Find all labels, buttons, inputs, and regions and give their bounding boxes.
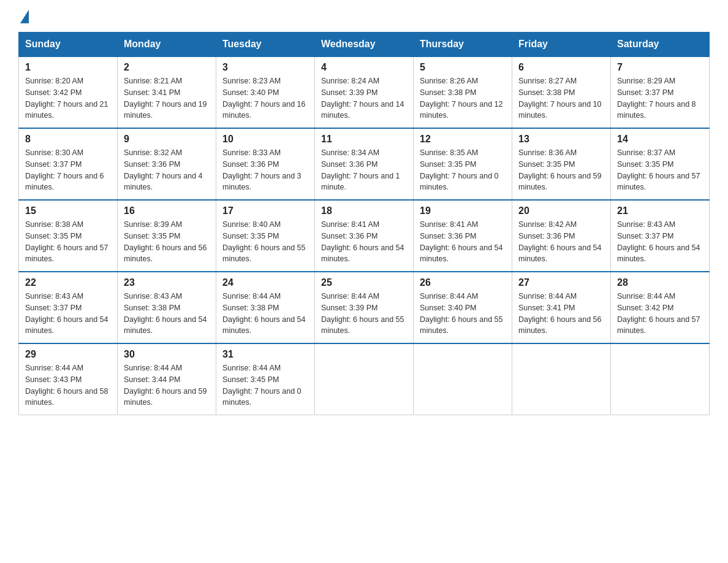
- calendar-cell: [315, 343, 414, 415]
- day-number: 18: [321, 205, 407, 216]
- day-number: 27: [518, 277, 604, 288]
- day-number: 9: [124, 134, 210, 145]
- calendar-cell: 21Sunrise: 8:43 AMSunset: 3:37 PMDayligh…: [611, 200, 710, 272]
- day-info: Sunrise: 8:30 AMSunset: 3:37 PMDaylight:…: [25, 147, 111, 193]
- day-info: Sunrise: 8:23 AMSunset: 3:40 PMDaylight:…: [222, 75, 308, 121]
- day-number: 23: [124, 277, 210, 288]
- calendar-cell: 24Sunrise: 8:44 AMSunset: 3:38 PMDayligh…: [216, 272, 315, 343]
- calendar-cell: 17Sunrise: 8:40 AMSunset: 3:35 PMDayligh…: [216, 200, 315, 272]
- day-info: Sunrise: 8:44 AMSunset: 3:40 PMDaylight:…: [420, 291, 506, 337]
- day-info: Sunrise: 8:29 AMSunset: 3:37 PMDaylight:…: [617, 75, 703, 121]
- logo: [18, 12, 29, 21]
- day-number: 8: [25, 134, 111, 145]
- day-info: Sunrise: 8:36 AMSunset: 3:35 PMDaylight:…: [518, 147, 604, 193]
- day-number: 21: [617, 205, 703, 216]
- days-header-row: SundayMondayTuesdayWednesdayThursdayFrid…: [19, 33, 710, 57]
- day-info: Sunrise: 8:41 AMSunset: 3:36 PMDaylight:…: [420, 219, 506, 265]
- day-info: Sunrise: 8:44 AMSunset: 3:39 PMDaylight:…: [321, 291, 407, 337]
- day-number: 12: [420, 134, 506, 145]
- calendar-cell: 3Sunrise: 8:23 AMSunset: 3:40 PMDaylight…: [216, 56, 315, 128]
- day-number: 22: [25, 277, 111, 288]
- day-number: 15: [25, 205, 111, 216]
- week-row-2: 8Sunrise: 8:30 AMSunset: 3:37 PMDaylight…: [19, 128, 710, 200]
- day-number: 20: [518, 205, 604, 216]
- calendar-cell: 18Sunrise: 8:41 AMSunset: 3:36 PMDayligh…: [315, 200, 414, 272]
- day-info: Sunrise: 8:39 AMSunset: 3:35 PMDaylight:…: [124, 219, 210, 265]
- logo-triangle-icon: [20, 10, 29, 23]
- day-info: Sunrise: 8:44 AMSunset: 3:42 PMDaylight:…: [617, 291, 703, 337]
- day-header-thursday: Thursday: [414, 33, 512, 57]
- day-number: 25: [321, 277, 407, 288]
- day-number: 17: [222, 205, 308, 216]
- day-info: Sunrise: 8:44 AMSunset: 3:41 PMDaylight:…: [518, 291, 604, 337]
- week-row-5: 29Sunrise: 8:44 AMSunset: 3:43 PMDayligh…: [19, 343, 710, 415]
- calendar-cell: 31Sunrise: 8:44 AMSunset: 3:45 PMDayligh…: [216, 343, 315, 415]
- calendar-cell: 5Sunrise: 8:26 AMSunset: 3:38 PMDaylight…: [414, 56, 512, 128]
- day-number: 7: [617, 62, 703, 73]
- day-number: 6: [518, 62, 604, 73]
- calendar-cell: 2Sunrise: 8:21 AMSunset: 3:41 PMDaylight…: [118, 56, 216, 128]
- calendar-cell: 12Sunrise: 8:35 AMSunset: 3:35 PMDayligh…: [414, 128, 512, 200]
- day-number: 19: [420, 205, 506, 216]
- calendar-cell: 9Sunrise: 8:32 AMSunset: 3:36 PMDaylight…: [118, 128, 216, 200]
- day-info: Sunrise: 8:41 AMSunset: 3:36 PMDaylight:…: [321, 219, 407, 265]
- week-row-3: 15Sunrise: 8:38 AMSunset: 3:35 PMDayligh…: [19, 200, 710, 272]
- day-header-friday: Friday: [512, 33, 611, 57]
- day-info: Sunrise: 8:20 AMSunset: 3:42 PMDaylight:…: [25, 75, 111, 121]
- day-number: 29: [25, 349, 111, 360]
- day-info: Sunrise: 8:44 AMSunset: 3:43 PMDaylight:…: [25, 362, 111, 408]
- day-number: 11: [321, 134, 407, 145]
- day-info: Sunrise: 8:34 AMSunset: 3:36 PMDaylight:…: [321, 147, 407, 193]
- day-header-monday: Monday: [118, 33, 216, 57]
- day-header-tuesday: Tuesday: [216, 33, 315, 57]
- day-info: Sunrise: 8:44 AMSunset: 3:38 PMDaylight:…: [222, 291, 308, 337]
- day-info: Sunrise: 8:37 AMSunset: 3:35 PMDaylight:…: [617, 147, 703, 193]
- calendar-cell: 14Sunrise: 8:37 AMSunset: 3:35 PMDayligh…: [611, 128, 710, 200]
- day-number: 14: [617, 134, 703, 145]
- day-info: Sunrise: 8:44 AMSunset: 3:44 PMDaylight:…: [124, 362, 210, 408]
- calendar-cell: 27Sunrise: 8:44 AMSunset: 3:41 PMDayligh…: [512, 272, 611, 343]
- calendar-cell: 29Sunrise: 8:44 AMSunset: 3:43 PMDayligh…: [19, 343, 118, 415]
- day-number: 28: [617, 277, 703, 288]
- day-info: Sunrise: 8:43 AMSunset: 3:38 PMDaylight:…: [124, 291, 210, 337]
- day-info: Sunrise: 8:43 AMSunset: 3:37 PMDaylight:…: [617, 219, 703, 265]
- day-number: 3: [222, 62, 308, 73]
- day-header-saturday: Saturday: [611, 33, 710, 57]
- day-info: Sunrise: 8:35 AMSunset: 3:35 PMDaylight:…: [420, 147, 506, 193]
- day-header-sunday: Sunday: [19, 33, 118, 57]
- calendar-cell: 19Sunrise: 8:41 AMSunset: 3:36 PMDayligh…: [414, 200, 512, 272]
- day-number: 5: [420, 62, 506, 73]
- day-number: 26: [420, 277, 506, 288]
- day-number: 4: [321, 62, 407, 73]
- day-info: Sunrise: 8:27 AMSunset: 3:38 PMDaylight:…: [518, 75, 604, 121]
- calendar-cell: 1Sunrise: 8:20 AMSunset: 3:42 PMDaylight…: [19, 56, 118, 128]
- day-number: 2: [124, 62, 210, 73]
- week-row-4: 22Sunrise: 8:43 AMSunset: 3:37 PMDayligh…: [19, 272, 710, 343]
- day-info: Sunrise: 8:43 AMSunset: 3:37 PMDaylight:…: [25, 291, 111, 337]
- calendar-cell: 15Sunrise: 8:38 AMSunset: 3:35 PMDayligh…: [19, 200, 118, 272]
- calendar-table: SundayMondayTuesdayWednesdayThursdayFrid…: [18, 32, 710, 415]
- day-number: 1: [25, 62, 111, 73]
- day-info: Sunrise: 8:33 AMSunset: 3:36 PMDaylight:…: [222, 147, 308, 193]
- calendar-cell: 4Sunrise: 8:24 AMSunset: 3:39 PMDaylight…: [315, 56, 414, 128]
- day-info: Sunrise: 8:32 AMSunset: 3:36 PMDaylight:…: [124, 147, 210, 193]
- day-number: 31: [222, 349, 308, 360]
- calendar-cell: 13Sunrise: 8:36 AMSunset: 3:35 PMDayligh…: [512, 128, 611, 200]
- calendar-cell: 28Sunrise: 8:44 AMSunset: 3:42 PMDayligh…: [611, 272, 710, 343]
- calendar-cell: [512, 343, 611, 415]
- calendar-cell: 23Sunrise: 8:43 AMSunset: 3:38 PMDayligh…: [118, 272, 216, 343]
- day-info: Sunrise: 8:44 AMSunset: 3:45 PMDaylight:…: [222, 362, 308, 408]
- day-number: 10: [222, 134, 308, 145]
- calendar-cell: 22Sunrise: 8:43 AMSunset: 3:37 PMDayligh…: [19, 272, 118, 343]
- calendar-cell: 16Sunrise: 8:39 AMSunset: 3:35 PMDayligh…: [118, 200, 216, 272]
- day-header-wednesday: Wednesday: [315, 33, 414, 57]
- day-number: 24: [222, 277, 308, 288]
- day-number: 16: [124, 205, 210, 216]
- day-info: Sunrise: 8:24 AMSunset: 3:39 PMDaylight:…: [321, 75, 407, 121]
- day-info: Sunrise: 8:26 AMSunset: 3:38 PMDaylight:…: [420, 75, 506, 121]
- day-number: 30: [124, 349, 210, 360]
- calendar-cell: 11Sunrise: 8:34 AMSunset: 3:36 PMDayligh…: [315, 128, 414, 200]
- calendar-cell: 20Sunrise: 8:42 AMSunset: 3:36 PMDayligh…: [512, 200, 611, 272]
- page-header: [18, 12, 710, 21]
- calendar-cell: 25Sunrise: 8:44 AMSunset: 3:39 PMDayligh…: [315, 272, 414, 343]
